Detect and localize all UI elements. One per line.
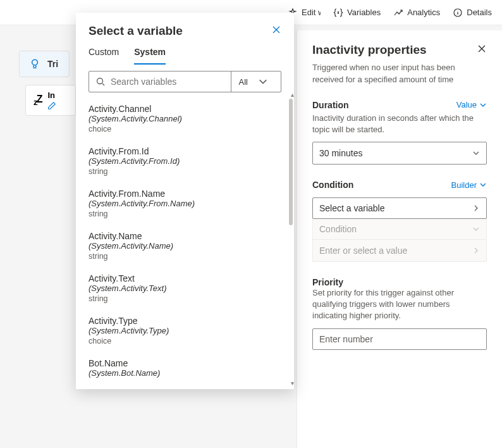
variable-name: Bot.Name <box>89 358 281 368</box>
condition-variable-select[interactable]: Select a variable <box>312 197 487 219</box>
variable-type: string <box>89 294 281 303</box>
topbar-edit-copilot-label: Edit with Copilot <box>302 8 321 17</box>
variable-name: Activity.From.Id <box>89 146 281 156</box>
variable-path: (System.Activity.Text) <box>89 283 281 293</box>
panel-title: Inactivity properties <box>312 43 427 57</box>
inactivity-node[interactable]: zZ In <box>25 85 76 116</box>
variable-name: Activity.Type <box>89 316 281 326</box>
condition-label: Condition <box>312 180 353 190</box>
variable-item[interactable]: Activity.Name (System.Activity.Name) str… <box>89 226 281 268</box>
variable-item[interactable]: Bot.Name (System.Bot.Name) <box>89 353 281 378</box>
scroll-down-icon[interactable]: ▾ <box>291 380 294 387</box>
properties-panel: Inactivity properties Triggered when no … <box>297 30 502 448</box>
priority-label: Priority <box>312 277 487 287</box>
chevron-down-icon <box>479 101 487 109</box>
popover-close-button[interactable] <box>271 25 281 37</box>
svg-point-2 <box>97 78 103 84</box>
variable-type: choice <box>89 337 281 345</box>
topbar-analytics[interactable]: Analytics <box>393 8 440 18</box>
variable-item[interactable]: Activity.From.Id (System.Activity.From.I… <box>89 141 281 184</box>
variable-path: (System.Activity.From.Id) <box>89 156 281 166</box>
filter-label: All <box>239 77 248 87</box>
variable-name: Activity.Channel <box>89 104 281 114</box>
priority-description: Set priority for this trigger against ot… <box>312 287 487 322</box>
variable-list: ▴ Activity.Channel (System.Activity.Chan… <box>76 92 294 389</box>
condition-variable-label: Select a variable <box>319 203 385 213</box>
trigger-node[interactable]: Tri <box>19 51 70 77</box>
variable-picker-popover: Select a variable Custom System All ▴ Ac… <box>76 13 294 389</box>
topbar-variables-label: Variables <box>347 8 381 17</box>
duration-toggle[interactable]: Value <box>456 100 487 109</box>
filter-dropdown[interactable]: All <box>231 72 281 92</box>
variable-name: Activity.Text <box>89 273 281 283</box>
variable-path: (System.Activity.Name) <box>89 241 281 251</box>
variable-path: (System.Activity.Channel) <box>89 114 281 123</box>
search-row: All <box>89 71 281 92</box>
variable-type: string <box>89 252 281 261</box>
variable-type: choice <box>89 125 281 134</box>
sleep-icon: zZ <box>34 94 41 107</box>
close-icon <box>271 25 281 35</box>
variable-path: (System.Activity.Type) <box>89 326 281 335</box>
condition-operator-label: Condition <box>319 224 357 234</box>
variable-path: (System.Bot.Name) <box>89 368 281 378</box>
variable-item[interactable]: Activity.From.Name (System.Activity.From… <box>89 184 281 226</box>
pencil-icon <box>47 101 56 110</box>
variable-type: string <box>89 209 281 218</box>
scroll-up-icon[interactable]: ▴ <box>291 92 294 98</box>
duration-value: 30 minutes <box>319 148 362 158</box>
trigger-node-label: Tri <box>47 59 58 69</box>
condition-value-select[interactable]: Enter or select a value <box>313 240 486 261</box>
topbar-analytics-label: Analytics <box>407 8 440 17</box>
tab-custom[interactable]: Custom <box>89 47 119 65</box>
condition-builder: Select a variable Condition Enter or sel… <box>312 197 487 262</box>
duration-select[interactable]: 30 minutes <box>312 142 487 165</box>
condition-toggle-label: Builder <box>451 180 477 190</box>
search-input[interactable] <box>111 77 231 87</box>
variable-name: Activity.Name <box>89 231 281 241</box>
panel-description: Triggered when no user input has been re… <box>312 62 487 86</box>
variable-name: Activity.From.Name <box>89 189 281 199</box>
chevron-right-icon <box>472 247 480 254</box>
duration-description: Inactivity duration in seconds after whi… <box>312 113 487 135</box>
priority-input[interactable] <box>312 328 487 350</box>
condition-value-label: Enter or select a value <box>319 246 407 256</box>
chevron-down-icon <box>472 149 480 157</box>
variable-item[interactable]: Activity.Text (System.Activity.Text) str… <box>89 268 281 311</box>
condition-toggle[interactable]: Builder <box>451 180 487 190</box>
inactivity-node-label: In <box>47 90 56 100</box>
variable-type: string <box>89 167 281 176</box>
panel-close-button[interactable] <box>477 44 487 56</box>
variable-path: (System.Activity.From.Name) <box>89 199 281 208</box>
braces-icon <box>333 8 343 18</box>
topbar-details[interactable]: Details <box>453 8 492 18</box>
popover-title: Select a variable <box>89 24 183 38</box>
chevron-down-icon <box>472 225 480 233</box>
duration-toggle-label: Value <box>456 100 477 109</box>
chevron-down-icon <box>258 77 268 87</box>
popover-tabs: Custom System <box>76 47 294 65</box>
analytics-icon <box>393 8 403 18</box>
topbar-details-label: Details <box>467 8 492 17</box>
variable-item[interactable]: Activity.Type (System.Activity.Type) cho… <box>89 311 281 353</box>
tab-system[interactable]: System <box>134 47 166 65</box>
trigger-lightbulb-icon <box>28 58 41 70</box>
topbar-variables[interactable]: Variables <box>333 8 381 18</box>
close-icon <box>477 44 487 54</box>
search-icon <box>95 77 106 87</box>
variable-item[interactable]: Activity.Channel (System.Activity.Channe… <box>89 99 281 141</box>
condition-operator-select[interactable]: Condition <box>313 218 486 240</box>
chevron-right-icon <box>472 204 480 212</box>
svg-point-1 <box>32 59 38 65</box>
info-icon <box>453 8 463 18</box>
chevron-down-icon <box>479 181 487 189</box>
scrollbar[interactable] <box>289 99 293 225</box>
duration-label: Duration <box>312 100 349 110</box>
